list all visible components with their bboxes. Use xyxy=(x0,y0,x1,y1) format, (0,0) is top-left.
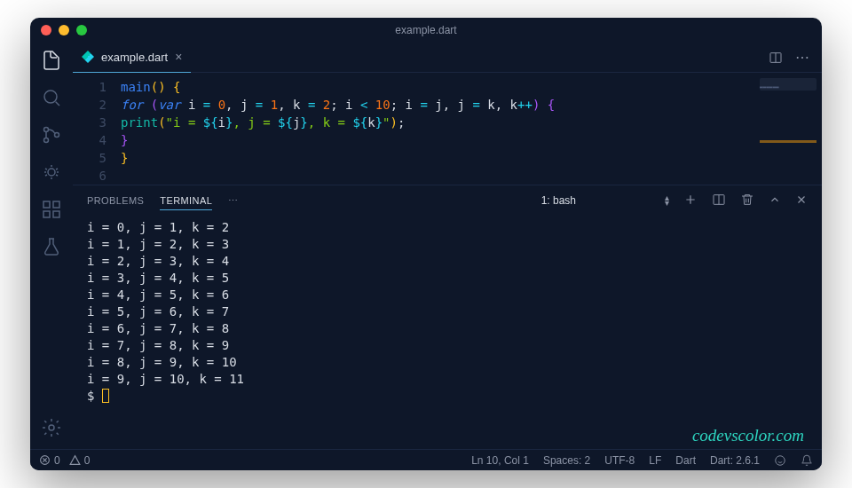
split-editor-icon[interactable] xyxy=(769,49,783,67)
terminal-tab[interactable]: TERMINAL xyxy=(160,195,212,210)
svg-point-4 xyxy=(48,169,55,176)
close-panel-icon[interactable] xyxy=(795,193,808,208)
titlebar: example.dart xyxy=(30,18,822,43)
testing-icon[interactable] xyxy=(41,236,62,257)
close-tab-icon[interactable]: × xyxy=(175,50,182,64)
svg-point-3 xyxy=(55,133,59,138)
editor-tabs: example.dart × ⋯ xyxy=(73,43,822,73)
statusbar: 0 0 Ln 10, Col 1 Spaces: 2 UTF-8 LF Dart… xyxy=(30,449,822,470)
source-control-icon[interactable] xyxy=(41,124,62,146)
svg-point-1 xyxy=(44,128,49,132)
code-content[interactable]: main() { for (var i = 0, j = 1, k = 2; i… xyxy=(121,78,822,185)
tab-filename: example.dart xyxy=(101,51,168,64)
new-terminal-icon[interactable] xyxy=(683,193,698,209)
status-dart-sdk[interactable]: Dart: 2.6.1 xyxy=(710,454,760,467)
terminal-cursor xyxy=(102,389,109,403)
window-title: example.dart xyxy=(30,24,822,36)
more-actions-icon[interactable]: ⋯ xyxy=(795,49,809,67)
status-warnings[interactable]: 0 xyxy=(69,454,91,467)
line-number-gutter: 1 2 3 4 5 6 xyxy=(73,78,121,185)
main-area: example.dart × ⋯ ▬▬▬▬▬▬ 1 2 3 4 xyxy=(30,43,822,449)
svg-point-2 xyxy=(44,138,49,143)
debug-icon[interactable] xyxy=(41,161,62,183)
feedback-icon[interactable] xyxy=(774,454,786,467)
select-arrows-icon: ▴▾ xyxy=(665,195,669,206)
svg-point-9 xyxy=(49,425,54,430)
status-indentation[interactable]: Spaces: 2 xyxy=(543,454,590,467)
minimap[interactable]: ▬▬▬▬▬▬ xyxy=(760,78,816,91)
status-language[interactable]: Dart xyxy=(675,454,696,467)
svg-rect-8 xyxy=(53,201,59,208)
terminal-output[interactable]: i = 0, j = 1, k = 2 i = 1, j = 2, k = 3 … xyxy=(73,216,822,449)
dart-file-icon xyxy=(82,51,94,63)
status-errors[interactable]: 0 xyxy=(39,454,60,467)
search-icon[interactable] xyxy=(41,87,62,108)
minimize-window-button[interactable] xyxy=(59,25,69,35)
bottom-panel: PROBLEMS TERMINAL ⋯ 1: bash ▴▾ xyxy=(73,185,822,449)
svg-rect-7 xyxy=(53,211,59,217)
maximize-window-button[interactable] xyxy=(76,25,87,35)
status-eol[interactable]: LF xyxy=(649,454,661,467)
code-editor[interactable]: ▬▬▬▬▬▬ 1 2 3 4 5 6 main() { for (var i =… xyxy=(73,73,822,185)
split-terminal-icon[interactable] xyxy=(712,193,726,209)
maximize-panel-icon[interactable] xyxy=(769,193,781,208)
explorer-icon[interactable] xyxy=(41,50,62,71)
svg-rect-6 xyxy=(43,211,50,217)
settings-icon[interactable] xyxy=(41,417,62,438)
watermark: codevscolor.com xyxy=(692,427,804,444)
window-controls xyxy=(41,25,87,35)
extensions-icon[interactable] xyxy=(41,199,62,220)
problems-tab[interactable]: PROBLEMS xyxy=(87,195,144,206)
overview-ruler-marker xyxy=(760,140,816,143)
status-encoding[interactable]: UTF-8 xyxy=(604,454,635,467)
close-window-button[interactable] xyxy=(41,25,51,35)
notifications-icon[interactable] xyxy=(801,454,813,467)
panel-more-icon[interactable]: ⋯ xyxy=(228,195,238,207)
svg-rect-5 xyxy=(43,201,50,208)
activity-bar xyxy=(30,43,73,449)
panel-tabs: PROBLEMS TERMINAL ⋯ 1: bash ▴▾ xyxy=(73,185,822,216)
terminal-selector[interactable]: 1: bash ▴▾ xyxy=(541,194,669,207)
status-cursor-position[interactable]: Ln 10, Col 1 xyxy=(471,454,529,467)
kill-terminal-icon[interactable] xyxy=(740,193,754,209)
editor-area: example.dart × ⋯ ▬▬▬▬▬▬ 1 2 3 4 xyxy=(73,43,822,449)
svg-point-13 xyxy=(776,455,785,465)
tab-example-dart[interactable]: example.dart × xyxy=(73,43,191,73)
vscode-window: example.dart xyxy=(30,18,822,470)
editor-actions: ⋯ xyxy=(769,49,822,67)
svg-point-0 xyxy=(44,91,57,103)
